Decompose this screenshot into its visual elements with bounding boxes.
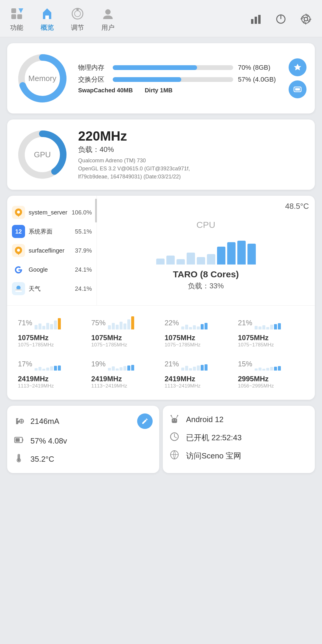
process-pct-weather: 24.1% [71,285,92,292]
cpu-process-list: system_server 106.0% 12 系统界面 55.1% [7,196,97,305]
access-row: 访问Sceno 宝网 [169,450,308,462]
svg-rect-29 [16,438,20,442]
top-navigation: 功能 概览 调节 [0,0,322,37]
process-icon-sysui: 12 [12,225,25,238]
gpu-frequency: 220MHz [78,129,306,144]
cpu-chart-area: CPU TARO (8 Cores) 负载：33% [103,211,309,299]
gpu-chip: Qualcomm Adreno (TM) 730 [78,157,306,165]
process-pct-sysui: 55.1% [71,228,92,235]
adjust-icon [70,6,85,21]
core-7-pct-row: 21% [165,357,208,371]
nav-label-func: 功能 [10,23,23,32]
memory-clean-button[interactable] [289,58,306,76]
core-4-freq: 1075MHz [238,334,269,342]
cpu-core-8: 15% 2995MHz 1056~2995MHz [234,353,308,394]
core-7-freq: 2419MHz [165,375,195,383]
edit-button[interactable] [137,413,153,429]
nav-item-overview[interactable]: 概览 [39,6,55,32]
core-1-range: 1075~1785MHz [18,342,54,348]
swap-progress-fill [113,77,181,82]
charging-icon [14,415,26,427]
gpu-info: 220MHz 负载：40% Qualcomm Adreno (TM) 730 O… [78,129,306,181]
cpu-bar [237,241,246,265]
cpu-bar [156,259,165,265]
core-1-pct-row: 71% [18,316,61,329]
cpu-temperature: 48.5°C [285,202,309,211]
swap-memory-row: 交换分区 57% (4.0GB) [78,75,277,84]
memory-donut: Memory [16,52,69,105]
scroll-indicator [95,199,97,223]
swap-cached: SwapCached 40MB [78,87,133,94]
physical-progress-fill [113,65,197,70]
core-7-pct: 21% [165,360,179,368]
power-icon[interactable] [274,12,288,26]
cpu-card: system_server 106.0% 12 系统界面 55.1% [7,196,315,400]
nav-label-overview: 概览 [41,23,54,32]
core-2-bars [108,316,134,329]
core-8-pct: 15% [238,360,252,368]
nav-item-user[interactable]: 用户 [100,6,116,32]
gpu-opengl2: lf79cb9deae, 1647849031) (Date:03/21/22) [78,173,306,181]
core-1-bars [35,316,61,329]
cpu-bar-chart [156,235,256,265]
process-row: 12 系统界面 55.1% [12,222,92,241]
cpu-bar [177,259,185,265]
nav-label-user: 用户 [101,23,114,32]
svg-rect-2 [11,14,16,19]
nav-left: 功能 概览 调节 [9,6,249,32]
core-8-range: 1056~2995MHz [238,383,274,389]
svg-rect-11 [258,15,261,24]
android-version-row: Android 12 [169,413,308,426]
memory-donut-label: Memory [28,74,56,83]
uptime-row: 已开机 22:52:43 [169,432,308,444]
svg-point-22 [17,211,20,214]
core-6-bars [108,357,134,371]
process-pct-system-server: 106.0% [71,209,92,216]
core-6-pct: 19% [91,360,106,368]
core-5-bars [35,357,61,371]
core-3-pct-row: 22% [165,316,208,329]
svg-point-35 [173,420,174,421]
settings-icon[interactable] [299,12,313,26]
user-icon [100,6,116,21]
core-2-range: 1075~1785MHz [91,342,127,348]
chart-icon[interactable] [249,12,263,26]
svg-rect-30 [22,439,23,441]
battery-level-row: 57% 4.08v [14,435,153,447]
dirty-memory: Dirty 1MB [145,87,172,94]
core-7-bars [181,357,208,371]
nav-item-adjust[interactable]: 调节 [70,6,85,32]
android-icon [169,413,181,426]
access-icon [169,450,181,462]
core-1-pct: 71% [18,319,32,327]
uptime-value: 已开机 22:52:43 [186,433,308,443]
cpu-core-7: 21% 2419MHz 1113~2419MHz [161,353,234,394]
svg-point-40 [177,415,178,416]
swap-memory-pct: 57% (4.0GB) [238,76,277,83]
process-icon-google [12,263,25,276]
battery-current-row: 2146mA [14,413,153,429]
svg-rect-10 [255,17,257,24]
svg-rect-0 [11,8,16,13]
svg-point-7 [76,8,79,11]
gpu-load: 负载：40% [78,145,306,154]
cpu-bar [217,247,225,265]
gpu-donut-label: GPU [34,150,51,159]
svg-rect-3 [17,14,22,19]
battery-icon [14,435,26,447]
process-name-surfaceflinger: surfaceflinger [29,247,67,254]
svg-rect-9 [251,19,253,24]
memory-storage-button[interactable] [289,80,306,98]
cpu-bar [247,244,256,265]
cpu-bar [227,242,236,265]
process-name-weather: 天气 [29,285,67,293]
core-6-range: 1113~2419MHz [91,383,127,389]
physical-memory-pct: 70% (8GB) [238,64,277,71]
cpu-processes: system_server 106.0% 12 系统界面 55.1% [7,196,97,305]
physical-progress-bar [113,65,233,70]
process-row: surfaceflinger 37.9% [12,241,92,260]
clock-icon [169,432,181,444]
cpu-right-panel: 48.5°C CPU TARO (8 Cores) 负 [97,196,315,305]
physical-memory-label: 物理内存 [78,63,108,72]
nav-item-func[interactable]: 功能 [9,6,24,32]
